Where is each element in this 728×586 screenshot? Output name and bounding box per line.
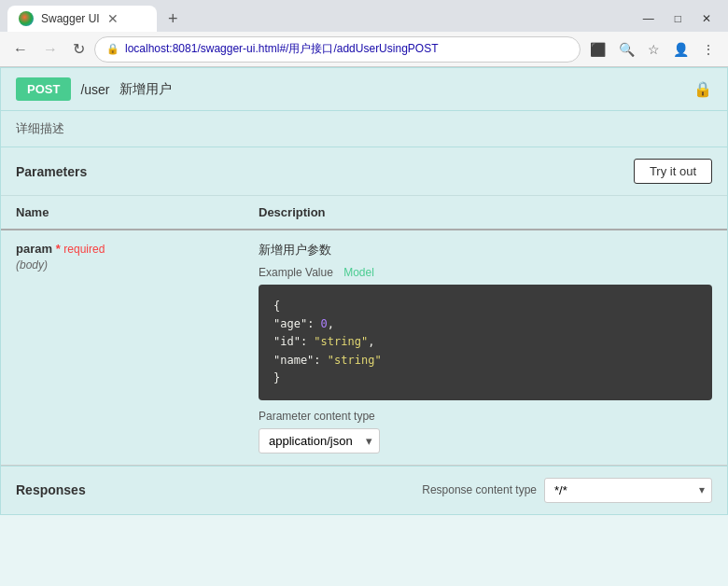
- browser-favicon: [19, 11, 34, 26]
- forward-button[interactable]: →: [37, 39, 63, 60]
- back-button[interactable]: ←: [7, 39, 34, 60]
- example-label: Example Value Model: [259, 266, 712, 279]
- example-value-text: Example Value: [259, 266, 333, 279]
- response-content-type-select[interactable]: */*: [544, 478, 712, 503]
- name-col-header: Name: [1, 196, 244, 230]
- title-bar: Swagger UI ✕ + — □ ✕: [0, 0, 728, 32]
- browser-chrome: Swagger UI ✕ + — □ ✕ ← → ↻ 🔒 localhost:8…: [0, 0, 728, 67]
- close-button[interactable]: ✕: [693, 8, 721, 29]
- endpoint-path: /user: [80, 82, 109, 97]
- json-key-age: "age": [273, 317, 307, 330]
- menu-button[interactable]: ⋮: [696, 40, 721, 59]
- section-header[interactable]: POST /user 新增用户 🔒: [1, 68, 727, 111]
- tab-close-button[interactable]: ✕: [107, 12, 119, 25]
- minimize-button[interactable]: —: [634, 8, 664, 29]
- response-content-type: Response content type */*: [422, 478, 712, 503]
- required-star: *: [56, 242, 61, 256]
- response-select-wrapper[interactable]: */*: [544, 478, 712, 503]
- detail-desc: 详细描述: [1, 111, 727, 147]
- content-type-select[interactable]: application/json: [259, 428, 380, 453]
- window-controls: — □ ✕: [634, 8, 721, 29]
- param-name-wrapper: param * required: [16, 242, 229, 256]
- bookmark-button[interactable]: ☆: [642, 40, 665, 59]
- maximize-button[interactable]: □: [665, 8, 691, 29]
- lock-icon: 🔒: [106, 43, 119, 55]
- lock-icon: 🔒: [693, 80, 712, 98]
- endpoint-desc: 新增用户: [119, 81, 172, 98]
- param-name-cell: param * required (body): [1, 230, 244, 465]
- method-badge: POST: [16, 77, 71, 101]
- table-row: param * required (body) 新增用户参数 Example V…: [1, 230, 727, 465]
- param-name: param: [16, 242, 52, 256]
- params-header: Parameters Try it out: [1, 147, 727, 196]
- page-content: POST /user 新增用户 🔒 详细描述 Parameters Try it…: [0, 67, 728, 586]
- reload-button[interactable]: ↻: [67, 38, 91, 60]
- param-description: 新增用户参数: [259, 242, 712, 258]
- params-section: Parameters Try it out Name Description p…: [1, 147, 727, 466]
- nav-actions: ⬛ 🔍 ☆ 👤 ⋮: [584, 40, 721, 59]
- search-button[interactable]: 🔍: [613, 40, 640, 59]
- content-type-select-wrapper[interactable]: application/json: [259, 428, 380, 453]
- response-content-type-label: Response content type: [422, 483, 537, 496]
- param-desc-cell: 新增用户参数 Example Value Model { "age": 0, "…: [244, 230, 727, 465]
- content-type-label: Parameter content type: [259, 410, 712, 423]
- detail-desc-text: 详细描述: [16, 121, 64, 135]
- tab-title: Swagger UI: [41, 12, 100, 25]
- params-title: Parameters: [16, 164, 87, 179]
- header-left: POST /user 新增用户: [16, 77, 172, 101]
- required-text: required: [63, 243, 105, 256]
- responses-section: Responses Response content type */*: [1, 466, 727, 514]
- json-key-name: "name": [273, 354, 314, 367]
- model-link[interactable]: Model: [343, 266, 374, 279]
- new-tab-button[interactable]: +: [162, 7, 184, 31]
- json-val-id: "string": [314, 335, 368, 348]
- browser-tab[interactable]: Swagger UI ✕: [7, 6, 157, 32]
- screenshot-button[interactable]: ⬛: [584, 40, 611, 59]
- desc-col-header: Description: [244, 196, 727, 230]
- json-val-age: 0: [321, 317, 328, 330]
- json-key-id: "id": [273, 335, 301, 348]
- try-it-out-button[interactable]: Try it out: [634, 159, 712, 184]
- json-brace-close: }: [273, 371, 280, 384]
- json-box: { "age": 0, "id": "string", "name": "str…: [259, 285, 712, 400]
- address-bar[interactable]: 🔒 localhost:8081/swagger-ui.html#/用户接口/a…: [94, 36, 581, 63]
- title-bar-left: Swagger UI ✕ +: [7, 6, 630, 32]
- url-text: localhost:8081/swagger-ui.html#/用户接口/add…: [125, 41, 568, 57]
- profile-button[interactable]: 👤: [667, 40, 694, 59]
- swagger-section: POST /user 新增用户 🔒 详细描述 Parameters Try it…: [0, 67, 728, 515]
- json-val-name: "string": [328, 354, 382, 367]
- param-location: (body): [16, 258, 229, 272]
- params-table: Name Description param * required (body): [1, 196, 727, 466]
- json-brace-open: {: [273, 300, 280, 313]
- responses-title: Responses: [16, 482, 86, 497]
- nav-bar: ← → ↻ 🔒 localhost:8081/swagger-ui.html#/…: [0, 32, 728, 67]
